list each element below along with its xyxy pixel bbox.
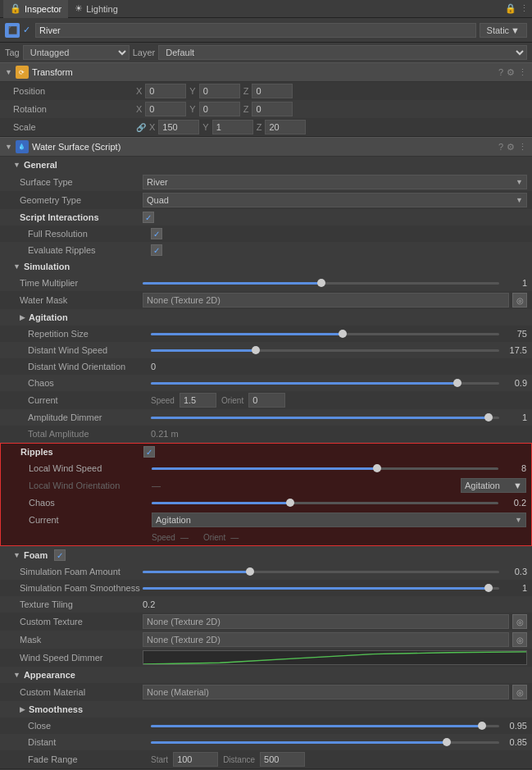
- smoothness-distant-row: Distant 0.85: [0, 734, 532, 750]
- scale-y[interactable]: 1: [212, 120, 253, 134]
- smoothness-subheader[interactable]: ▶ Smoothness: [0, 701, 532, 718]
- foam-smoothness-slider[interactable]: [143, 587, 499, 590]
- position-y[interactable]: 0: [199, 84, 240, 98]
- fade-range-start-input[interactable]: 100: [173, 752, 218, 767]
- smoothness-close-slider[interactable]: [151, 725, 499, 727]
- position-x[interactable]: 0: [145, 84, 186, 98]
- amplitude-dimmer-row: Amplitude Dimmer 1: [0, 409, 532, 426]
- scale-label: Scale: [13, 122, 136, 132]
- help-icon[interactable]: ?: [498, 67, 503, 78]
- water-help-icon[interactable]: ?: [498, 142, 503, 153]
- rotation-value: X 0 Y 0 Z 0: [136, 102, 527, 116]
- local-wind-orientation-dropdown[interactable]: Agitation ▼: [461, 478, 526, 493]
- position-row: Position X 0 Y 0 Z 0: [0, 82, 532, 100]
- wind-speed-dimmer-row: Wind Speed Dimmer: [0, 649, 532, 667]
- scale-x[interactable]: 150: [158, 120, 199, 134]
- custom-material-picker[interactable]: ◎: [512, 685, 527, 699]
- tag-select[interactable]: Untagged: [23, 45, 130, 60]
- ripples-speed-orient-value: Speed — Orient —: [152, 533, 526, 542]
- scale-z[interactable]: 20: [265, 120, 306, 134]
- rotation-y[interactable]: 0: [199, 102, 240, 116]
- smoothness-arrow-icon: ▶: [20, 705, 25, 713]
- water-mask-picker[interactable]: ◎: [512, 293, 527, 308]
- smoothness-distant-value: 0.85: [151, 737, 527, 747]
- distant-wind-speed-display: 17.5: [502, 345, 527, 355]
- tab-inspector[interactable]: 🔒 Inspector: [3, 0, 68, 18]
- rotation-label: Rotation: [13, 104, 136, 114]
- repetition-size-slider[interactable]: [151, 333, 499, 335]
- appearance-subheader[interactable]: ▼ Appearance: [0, 667, 532, 683]
- evaluate-ripples-checkbox[interactable]: ✓: [151, 244, 162, 256]
- simulation-subheader[interactable]: ▼ Simulation: [0, 258, 532, 275]
- water-kebab-icon[interactable]: ⋮: [518, 142, 527, 153]
- surface-type-label: Surface Type: [20, 177, 143, 187]
- surface-type-dropdown[interactable]: River ▼: [143, 175, 527, 189]
- kebab-icon[interactable]: ⋮: [520, 3, 529, 14]
- general-subheader[interactable]: ▼ General: [0, 157, 532, 173]
- wind-speed-dimmer-chart[interactable]: [143, 650, 527, 665]
- ripples-chaos-slider[interactable]: [152, 502, 498, 504]
- amplitude-dimmer-slider[interactable]: [151, 417, 499, 419]
- mask-picker[interactable]: ◎: [512, 632, 527, 647]
- water-settings-icon[interactable]: ⚙: [507, 142, 515, 153]
- agitation-subheader[interactable]: ▶ Agitation: [0, 309, 532, 326]
- script-interactions-checkbox[interactable]: ✓: [143, 212, 154, 223]
- kebab-icon2[interactable]: ⋮: [518, 67, 527, 78]
- geometry-type-dropdown[interactable]: Quad ▼: [143, 193, 527, 207]
- fade-range-value: Start 100 Distance 500: [151, 752, 527, 767]
- custom-texture-picker[interactable]: ◎: [512, 614, 527, 629]
- object-name-input[interactable]: River: [35, 23, 476, 38]
- fade-range-dist-input[interactable]: 500: [260, 752, 305, 767]
- distant-wind-speed-row: Distant Wind Speed 17.5: [0, 342, 532, 358]
- evaluate-ripples-row: Evaluate Ripples ✓: [0, 242, 532, 258]
- smoothness-distant-slider[interactable]: [151, 741, 499, 744]
- geometry-type-row: Geometry Type Quad ▼: [0, 191, 532, 209]
- distant-wind-speed-slider[interactable]: [151, 349, 499, 352]
- foam-amount-slider[interactable]: [143, 571, 499, 573]
- object-enable-checkbox[interactable]: ✓: [23, 25, 30, 35]
- custom-texture-value: None (Texture 2D) ◎: [143, 614, 527, 629]
- agitation-arrow-icon: ▶: [20, 313, 25, 321]
- settings-icon[interactable]: ⚙: [507, 67, 515, 78]
- static-dropdown[interactable]: Static ▼: [480, 23, 527, 38]
- smoothness-distant-label: Distant: [28, 737, 151, 747]
- rotation-x[interactable]: 0: [145, 102, 186, 116]
- evaluate-ripples-label: Evaluate Ripples: [28, 245, 151, 255]
- agitation-dd-arrow-icon: ▼: [513, 481, 522, 490]
- foam-smoothness-label: Simulation Foam Smoothness: [20, 583, 143, 593]
- transform-arrow-icon: ▼: [5, 68, 12, 76]
- tab-lighting[interactable]: ☀ Lighting: [68, 0, 125, 18]
- sun-icon: ☀: [75, 3, 83, 14]
- repetition-size-value: 75: [151, 329, 527, 339]
- time-multiplier-label: Time Multiplier: [20, 278, 143, 288]
- foam-smoothness-value: 1: [143, 583, 527, 593]
- water-arrow-icon: ▼: [5, 143, 12, 151]
- rotation-z[interactable]: 0: [252, 102, 293, 116]
- local-wind-speed-label: Local Wind Speed: [29, 463, 152, 473]
- ripples-header-row: Ripples ✓: [1, 444, 531, 460]
- layer-select[interactable]: Default: [158, 45, 527, 60]
- foam-subheader[interactable]: ▼ Foam ✓: [0, 547, 532, 563]
- agitation-chaos-slider[interactable]: [151, 382, 499, 385]
- scale-link-icon[interactable]: 🔗: [136, 123, 146, 132]
- lock-icon2[interactable]: 🔒: [505, 3, 516, 14]
- foam-checkbox[interactable]: ✓: [54, 549, 66, 561]
- full-resolution-checkbox[interactable]: ✓: [151, 228, 162, 239]
- current-orient-input[interactable]: [248, 393, 285, 408]
- water-surface-header[interactable]: ▼ 💧 Water Surface (Script) ? ⚙ ⋮: [0, 137, 532, 157]
- foam-amount-row: Simulation Foam Amount 0.3: [0, 563, 532, 580]
- position-value: X 0 Y 0 Z 0: [136, 84, 527, 98]
- object-header: ⬛ ✓ River Static ▼: [0, 18, 532, 43]
- rotation-row: Rotation X 0 Y 0 Z 0: [0, 100, 532, 118]
- local-wind-speed-slider[interactable]: [152, 467, 498, 470]
- time-multiplier-slider[interactable]: [143, 282, 499, 285]
- amplitude-dimmer-label: Amplitude Dimmer: [28, 412, 151, 422]
- current-speed-input[interactable]: [180, 393, 216, 408]
- ripples-checkbox[interactable]: ✓: [143, 446, 155, 458]
- ripples-current-dropdown[interactable]: Agitation ▼: [152, 513, 526, 527]
- full-resolution-value: ✓: [151, 228, 527, 239]
- transform-header[interactable]: ▼ ⟳ Transform ? ⚙ ⋮: [0, 62, 532, 82]
- position-z[interactable]: 0: [252, 84, 293, 98]
- wind-speed-dimmer-value: [143, 650, 527, 665]
- simulation-label: Simulation: [24, 262, 70, 271]
